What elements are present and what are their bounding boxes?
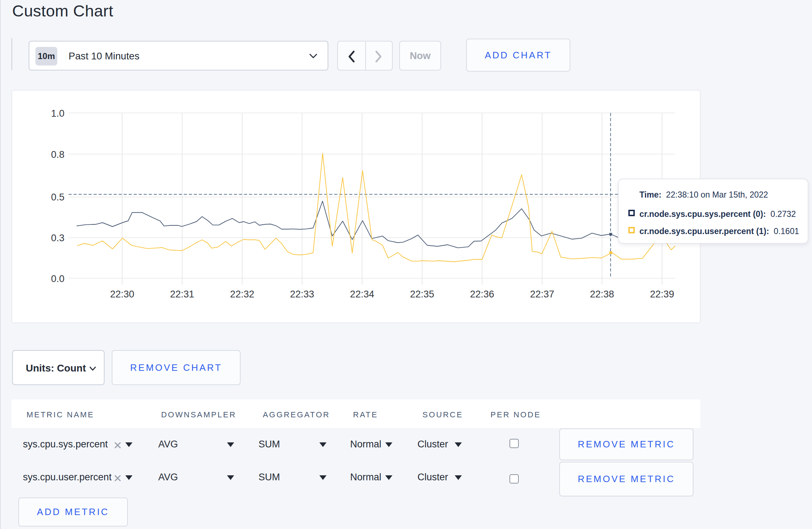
svg-text:22:35: 22:35 — [410, 289, 434, 300]
svg-text:1.0: 1.0 — [51, 108, 64, 119]
svg-text:0.3: 0.3 — [51, 233, 64, 243]
svg-text:22:39: 22:39 — [650, 289, 674, 300]
svg-text:22:32: 22:32 — [230, 289, 255, 300]
svg-text:0.5: 0.5 — [51, 192, 64, 203]
svg-text:22:30: 22:30 — [110, 289, 134, 300]
svg-text:22:37: 22:37 — [530, 289, 554, 300]
svg-text:22:34: 22:34 — [350, 289, 374, 300]
svg-text:22:33: 22:33 — [290, 289, 314, 300]
svg-text:22:38: 22:38 — [590, 289, 614, 300]
svg-text:0.0: 0.0 — [51, 273, 64, 284]
svg-text:0.8: 0.8 — [51, 149, 64, 160]
svg-text:22:36: 22:36 — [470, 289, 494, 300]
svg-text:22:31: 22:31 — [170, 289, 194, 300]
